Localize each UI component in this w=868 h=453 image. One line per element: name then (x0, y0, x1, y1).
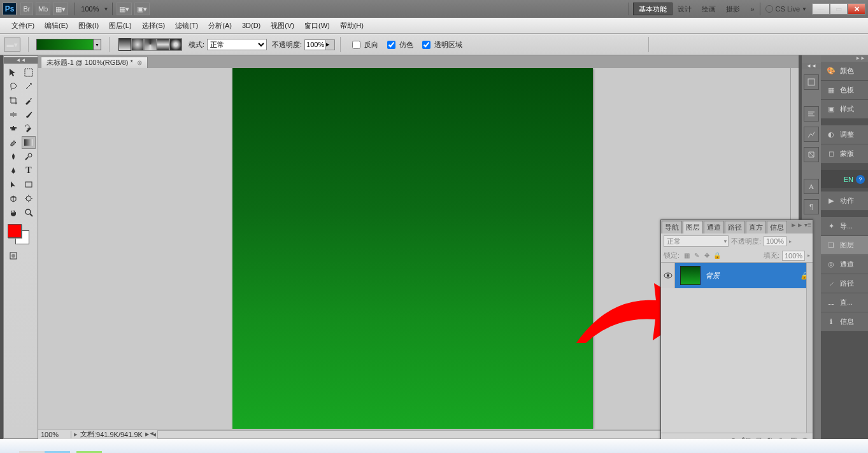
zoom-level-dropdown[interactable]: 100% (79, 3, 101, 15)
lock-all-icon[interactable]: 🔒 (713, 251, 722, 260)
dock1-collapse[interactable]: ◄◄ (802, 63, 821, 69)
panel-layers[interactable]: ❏图层 (821, 236, 868, 255)
dock-icon-4[interactable] (804, 147, 819, 162)
clone-stamp-tool[interactable] (6, 122, 20, 135)
shape-tool[interactable] (22, 178, 36, 191)
opacity-input[interactable] (304, 39, 326, 50)
path-selection-tool[interactable] (6, 178, 20, 191)
canvas[interactable] (232, 68, 593, 429)
type-tool[interactable]: T (22, 164, 36, 177)
close-button[interactable]: ✕ (848, 3, 865, 15)
panel-adjust[interactable]: ◐调整 (821, 125, 868, 144)
workspace-more-button[interactable]: » (745, 5, 759, 13)
gradient-tool[interactable] (22, 136, 36, 149)
layer-visibility-toggle[interactable] (661, 263, 675, 288)
close-tab-icon[interactable]: ⊗ (137, 59, 142, 66)
bridge-button[interactable]: Br (20, 3, 33, 15)
lp-tab-channels[interactable]: 通道 (704, 221, 724, 233)
panel-actions[interactable]: ▶动作 (821, 192, 868, 211)
gradient-picker-dropdown[interactable]: ▼ (94, 39, 101, 50)
lp-collapse-icon[interactable]: ►► (790, 221, 803, 228)
magic-wand-tool[interactable] (22, 80, 36, 93)
eraser-tool[interactable] (6, 136, 20, 149)
status-arrow-icon[interactable]: ▸ (71, 430, 80, 438)
menu-analysis[interactable]: 分析(A) (203, 19, 237, 32)
panel-styles[interactable]: ▣样式 (821, 100, 868, 119)
menu-edit[interactable]: 编辑(E) (39, 19, 73, 32)
dock-icon-5[interactable]: A (804, 179, 819, 194)
panel-nav[interactable]: ✦导... (821, 217, 868, 236)
document-tab[interactable]: 未标题-1 @ 100%(RGB/8) * ⊗ (41, 57, 148, 68)
lock-position-icon[interactable]: ✥ (702, 251, 711, 260)
eyedropper-tool[interactable] (22, 94, 36, 107)
marquee-tool[interactable] (22, 66, 36, 79)
panel-swatches[interactable]: ▦色板 (821, 81, 868, 100)
workspace-photo-tab[interactable]: 摄影 (721, 4, 745, 14)
menu-filter[interactable]: 滤镜(T) (170, 19, 203, 32)
panel-info[interactable]: ℹ信息 (821, 312, 868, 331)
lp-tab-hist[interactable]: 直方 (746, 221, 766, 233)
menu-layer[interactable]: 图层(L) (104, 19, 136, 32)
panel-channels[interactable]: ◎通道 (821, 255, 868, 274)
lp-fill-stepper[interactable]: ▸ (808, 253, 810, 258)
lasso-tool[interactable] (6, 80, 20, 93)
opacity-stepper[interactable]: ▸ (326, 39, 335, 50)
dodge-tool[interactable] (22, 150, 36, 163)
pen-tool[interactable] (6, 164, 20, 177)
gradient-radial-button[interactable] (131, 38, 144, 51)
panel-color[interactable]: 🎨颜色 (821, 62, 868, 81)
menu-window[interactable]: 窗口(W) (299, 19, 335, 32)
gradient-preview[interactable] (36, 39, 94, 50)
dock-icon-3[interactable] (804, 127, 819, 142)
minimize-button[interactable]: — (812, 3, 830, 15)
tool-preset-button[interactable]: ▬▾ (4, 38, 20, 52)
workspace-design-tab[interactable]: 设计 (672, 4, 697, 14)
lp-opacity-input[interactable] (764, 236, 786, 246)
workspace-paint-tab[interactable]: 绘画 (697, 4, 721, 14)
lock-pixels-icon[interactable]: ✎ (692, 251, 701, 260)
zoom-display[interactable]: 100% (38, 431, 71, 438)
panel-paths[interactable]: ⟋路径 (821, 274, 868, 293)
gradient-linear-button[interactable] (118, 38, 131, 51)
hand-tool[interactable] (6, 206, 20, 219)
lp-tab-info[interactable]: 信息 (767, 221, 787, 233)
dock-icon-2[interactable] (804, 106, 819, 122)
dither-checkbox[interactable] (387, 41, 395, 49)
foreground-color[interactable] (8, 224, 22, 238)
panel-hist[interactable]: ⚋直... (821, 293, 868, 312)
screen-mode2-button[interactable]: ▣▾ (134, 3, 150, 15)
lp-blend-select[interactable]: 正常▼ (664, 235, 729, 247)
lp-opacity-stepper[interactable]: ▸ (789, 239, 792, 244)
transparency-checkbox[interactable] (422, 41, 430, 49)
move-tool[interactable] (6, 66, 20, 79)
screen-mode-button[interactable]: ▦▾ (53, 3, 68, 15)
lp-tab-layers[interactable]: 图层 (683, 221, 703, 233)
cslive-button[interactable]: CS Live ▼ (760, 5, 812, 13)
brush-tool[interactable] (22, 108, 36, 121)
layer-row-background[interactable]: 背景 🔒 (661, 263, 813, 288)
gradient-reflected-button[interactable] (157, 38, 169, 51)
lp-scrollbar[interactable] (806, 263, 813, 433)
healing-brush-tool[interactable] (6, 108, 20, 121)
menu-view[interactable]: 视图(V) (266, 19, 299, 32)
history-brush-tool[interactable] (22, 122, 36, 135)
ime-indicator[interactable]: EN? (821, 170, 868, 189)
toolbox-collapse[interactable]: ◄◄ (4, 57, 38, 64)
menu-image[interactable]: 图像(I) (73, 19, 104, 32)
layer-name[interactable]: 背景 (706, 271, 800, 281)
maximize-button[interactable]: ▭ (830, 3, 848, 15)
quickmask-button[interactable] (6, 249, 20, 262)
dock-icon-6[interactable]: ¶ (804, 199, 819, 214)
menu-file[interactable]: 文件(F) (6, 19, 39, 32)
workspace-basic-tab[interactable]: 基本功能 (633, 3, 672, 15)
lock-transparent-icon[interactable]: ▦ (682, 251, 691, 260)
minibridge-button[interactable]: Mb (36, 3, 50, 15)
menu-select[interactable]: 选择(S) (137, 19, 171, 32)
dock-icon-1[interactable] (804, 74, 819, 90)
lp-tab-nav[interactable]: 导航 (662, 221, 682, 233)
gradient-angle-button[interactable] (144, 38, 157, 51)
crop-tool[interactable] (6, 94, 20, 107)
arrange-docs-button[interactable]: ▦▾ (117, 3, 132, 15)
menu-help[interactable]: 帮助(H) (335, 19, 369, 32)
panel-mask[interactable]: ◻蒙版 (821, 144, 868, 164)
